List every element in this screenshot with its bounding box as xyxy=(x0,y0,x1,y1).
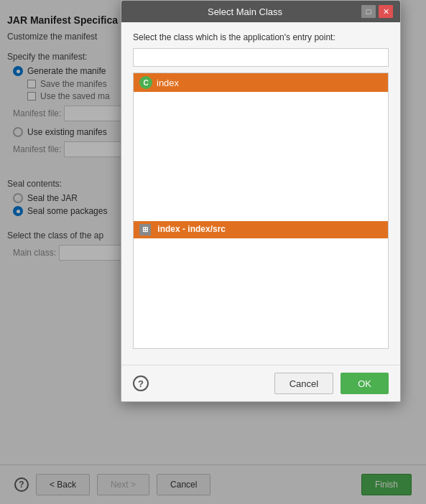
class-list: C index ⊞ index - index/src xyxy=(133,73,389,349)
dialog-titlebar: Select Main Class □ ✕ xyxy=(121,1,400,22)
empty-space xyxy=(134,92,388,221)
class-list-item-index[interactable]: C index xyxy=(134,73,388,92)
dialog-ok-button[interactable]: OK xyxy=(341,373,389,394)
dialog-instruction: Select the class which is the applicatio… xyxy=(133,32,389,42)
dialog-help-icon[interactable]: ? xyxy=(133,375,149,391)
source-section-header[interactable]: ⊞ index - index/src xyxy=(134,221,388,238)
dialog-footer: ? Cancel OK xyxy=(121,365,400,401)
source-items-space xyxy=(134,238,388,281)
class-icon-index: C xyxy=(139,76,152,89)
class-name-index: index xyxy=(157,78,179,88)
dialog-title: Select Main Class xyxy=(129,6,361,17)
source-section-label: index - index/src xyxy=(157,224,226,234)
dialog-cancel-button[interactable]: Cancel xyxy=(274,373,333,394)
source-icon: ⊞ xyxy=(139,224,151,235)
select-main-class-dialog: Select Main Class □ ✕ Select the class w… xyxy=(121,0,401,402)
close-button[interactable]: ✕ xyxy=(379,5,393,18)
dialog-body: Select the class which is the applicatio… xyxy=(121,22,400,365)
restore-button[interactable]: □ xyxy=(361,5,376,18)
dialog-title-buttons: □ ✕ xyxy=(361,5,393,18)
class-search-input[interactable] xyxy=(133,48,389,67)
